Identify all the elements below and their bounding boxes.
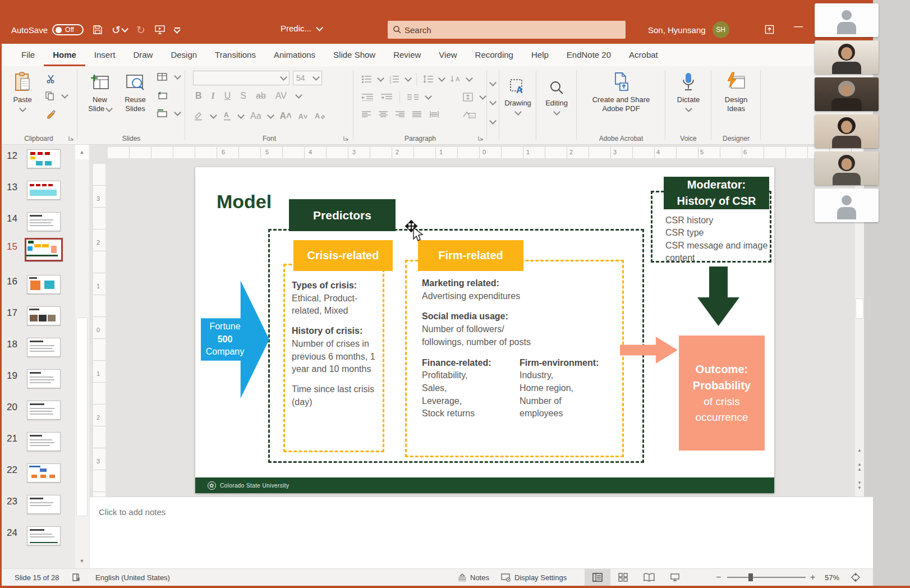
drawing-button[interactable]: A Drawing — [502, 74, 534, 117]
highlight-button[interactable] — [193, 111, 204, 121]
slide-thumbnail[interactable] — [27, 149, 61, 168]
strikethrough-button[interactable]: ab — [256, 91, 266, 101]
participant-tile-camera-off[interactable] — [815, 189, 879, 222]
copy-button[interactable] — [45, 91, 67, 100]
align-left-button[interactable] — [361, 111, 371, 118]
convert-smartart-button[interactable] — [462, 110, 476, 119]
decrease-font-size-button[interactable]: A˅ — [298, 112, 307, 121]
tab-animations[interactable]: Animations — [265, 44, 324, 66]
redo-button[interactable]: ↻ — [136, 25, 145, 35]
dictate-button[interactable]: Dictate — [673, 71, 704, 114]
increase-font-size-button[interactable]: A˄ — [280, 111, 292, 121]
ribbon-display-options-button[interactable] — [765, 25, 774, 34]
create-share-pdf-button[interactable]: Create and Share Adobe PDF — [582, 71, 660, 114]
paragraph-dialog-launcher[interactable] — [478, 136, 484, 141]
participant-tile-video[interactable] — [815, 151, 879, 185]
display-settings-button[interactable]: Display Settings — [501, 569, 567, 586]
thumbnail-scrollbar[interactable]: ▲ ▼ — [75, 145, 89, 568]
decrease-indent-button[interactable] — [361, 93, 374, 101]
zoom-slider-thumb[interactable] — [748, 573, 753, 581]
save-button[interactable] — [93, 25, 103, 35]
tab-acrobat[interactable]: Acrobat — [620, 44, 667, 66]
bullets-button[interactable] — [361, 75, 373, 84]
numbering-button[interactable]: 123 — [389, 75, 400, 84]
crisis-header-box[interactable]: Crisis-related — [293, 240, 393, 271]
zoom-in-button[interactable]: + — [810, 569, 815, 586]
character-spacing-button[interactable]: AV — [275, 91, 287, 101]
scrollbar-thumb[interactable] — [76, 318, 88, 516]
notes-pane[interactable]: Click to add notes — [90, 497, 873, 568]
italic-button[interactable]: I — [212, 91, 215, 101]
chevron-down-icon[interactable] — [489, 98, 497, 105]
double-chevron-up-icon[interactable]: ▲▲ — [855, 462, 864, 472]
tab-transitions[interactable]: Transitions — [206, 44, 265, 66]
section-button[interactable] — [157, 109, 180, 117]
tab-file[interactable]: File — [12, 44, 44, 66]
tab-insert[interactable]: Insert — [85, 44, 125, 66]
fortune-500-arrow[interactable]: Fortune 500 Company — [201, 281, 269, 398]
outcome-box[interactable]: Outcome: Probability of crisis occurrenc… — [679, 336, 765, 451]
shadow-button[interactable]: S — [240, 91, 246, 101]
autosave-switch[interactable]: Off — [52, 24, 84, 35]
tab-design[interactable]: Design — [162, 44, 206, 66]
chevron-down-icon[interactable] — [489, 117, 497, 125]
autosave-toggle[interactable]: AutoSave Off — [11, 24, 84, 35]
increase-indent-button[interactable] — [380, 93, 393, 101]
new-slide-button[interactable]: New Slide — [84, 71, 116, 114]
text-direction-button[interactable]: A — [450, 75, 461, 84]
tab-review[interactable]: Review — [384, 44, 430, 66]
tab-endnote[interactable]: EndNote 20 — [558, 44, 620, 66]
scroll-up-button[interactable]: ▲ — [75, 145, 89, 159]
align-right-button[interactable] — [395, 111, 405, 118]
slide-counter[interactable]: Slide 15 of 28 — [15, 569, 59, 586]
moderator-items[interactable]: CSR history CSR type CSR message and ima… — [665, 214, 775, 265]
line-spacing-button[interactable] — [422, 75, 434, 84]
slide-thumbnail[interactable] — [27, 338, 61, 357]
slide-thumbnail[interactable] — [27, 432, 61, 451]
underline-button[interactable]: U — [224, 91, 231, 101]
font-size-combo[interactable]: 54 — [293, 71, 322, 85]
moderator-down-arrow[interactable] — [697, 267, 739, 326]
align-center-button[interactable] — [378, 111, 388, 118]
zoom-out-button[interactable]: − — [716, 569, 721, 586]
editing-button[interactable]: Editing — [540, 74, 573, 117]
clear-formatting-button[interactable]: A — [314, 112, 325, 121]
columns-button[interactable] — [407, 93, 419, 101]
font-dialog-launcher[interactable] — [343, 136, 349, 141]
search-input[interactable]: Search — [388, 21, 626, 39]
reuse-slides-button[interactable]: Reuse Slides — [118, 71, 153, 114]
participant-tile-video[interactable] — [815, 114, 879, 148]
spell-check-button[interactable] — [72, 569, 81, 586]
fit-slide-to-window-button[interactable] — [851, 569, 861, 586]
paste-button[interactable]: Paste — [8, 71, 37, 114]
bold-button[interactable]: B — [195, 91, 202, 101]
predictors-header-box[interactable]: Predictors — [289, 199, 396, 231]
zoom-slider[interactable] — [727, 569, 806, 586]
change-case-button[interactable]: Aa — [250, 111, 261, 121]
slide-thumbnail[interactable] — [27, 369, 61, 388]
slide-thumbnail[interactable] — [27, 306, 61, 325]
tab-view[interactable]: View — [430, 44, 466, 66]
firm-header-box[interactable]: Firm-related — [418, 240, 523, 271]
slide-thumbnail[interactable] — [27, 526, 61, 545]
start-slideshow-button[interactable] — [154, 25, 166, 35]
participant-tile-video[interactable] — [815, 40, 879, 74]
participant-tile-video[interactable] — [815, 77, 879, 111]
distribute-columns-button[interactable] — [429, 110, 440, 119]
design-ideas-button[interactable]: Design Ideas — [716, 71, 756, 114]
minimize-button[interactable]: — — [794, 21, 803, 31]
slide-sorter-view-button[interactable] — [610, 569, 636, 586]
normal-view-button[interactable] — [585, 569, 610, 586]
avatar[interactable]: SH — [713, 21, 729, 38]
moderator-header-box[interactable]: Moderator: History of CSR — [664, 177, 769, 209]
align-text-button[interactable] — [462, 92, 474, 102]
slide-thumbnail[interactable] — [27, 401, 61, 420]
justify-button[interactable] — [412, 111, 422, 118]
reset-slide-button[interactable] — [157, 91, 167, 100]
format-painter-button[interactable] — [46, 109, 56, 119]
previous-slide-button[interactable]: ▲ — [855, 448, 864, 453]
notes-placeholder[interactable]: Click to add notes — [99, 507, 166, 517]
undo-button[interactable]: ↺ — [112, 25, 127, 35]
canvas-scrollbar-thumb[interactable] — [856, 298, 863, 319]
slideshow-view-button[interactable] — [662, 569, 688, 586]
